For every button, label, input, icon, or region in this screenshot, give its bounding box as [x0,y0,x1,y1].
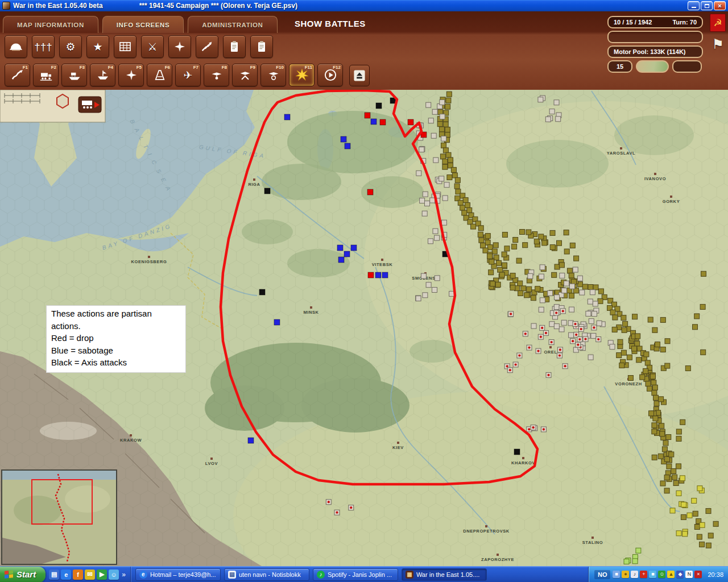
partisan-marker-sabotage [274,319,280,325]
tab-map-information[interactable]: MAP INFORMATION [3,16,98,33]
planes-icon [173,40,187,53]
quicklaunch-messenger[interactable]: ☺ [109,569,119,580]
taskbar-task-spotify[interactable]: ♪Spotify - Janis Joplin ... [313,568,398,581]
partisan-marker-sabotage [344,251,350,257]
helmet-button[interactable] [5,35,27,58]
tray-shield-icon[interactable]: + [640,571,647,578]
tray-network-icon[interactable]: ■ [649,571,656,578]
land-battle-button[interactable]: ⚔ [141,35,164,58]
fkey-label: F8 [222,65,227,70]
fkey-f6-button[interactable]: F6 [147,64,172,86]
task-label: Hotmail – terje439@h... [150,571,216,578]
date-turn-box: 10 / 15 / 1942 Turn: 70 [607,16,703,28]
star-button[interactable]: ★ [86,35,109,58]
taskbar-task-notepad[interactable]: ▤uten navn - Notisblokk [224,568,309,581]
quicklaunch-ie[interactable]: e [61,569,71,580]
menu-tabs: MAP INFORMATIONINFO SCREENSADMINISTRATIO… [3,16,282,33]
notes-button[interactable] [250,35,273,58]
partisan-marker-sabotage [341,136,346,142]
fkey-f2-button[interactable]: F2 [33,64,59,86]
language-indicator[interactable]: NO [594,570,611,579]
status-panel: 10 / 15 / 1942 Turn: 70 Motor Pool: 133K… [607,16,703,73]
svg-text:GORKY: GORKY [663,199,680,204]
partisan-marker-sabotage [371,119,377,124]
fkey-f12-button[interactable]: F12 [317,64,343,86]
tray-update-icon[interactable]: ● [622,571,629,578]
taskbar-task-ie[interactable]: eHotmail – terje439@h... [135,568,221,581]
fkey-f7-button[interactable]: ✈F7 [175,64,201,86]
motor-pool-box: Motor Pool: 133K (114K) [607,45,703,58]
airbase-icon [153,68,167,82]
fkey-f9-button[interactable]: F9 [232,64,258,86]
game-map[interactable]: RIGAKOENIGSBERGMINSKVITEBSKSMOLENSKKIEVK… [0,90,728,566]
fkey-f8-button[interactable]: F8 [204,64,229,86]
annotation-line: Red = drop [51,332,181,344]
fkey-label: F9 [250,65,255,70]
fkey-label: F7 [193,65,198,70]
game-icon: ▦ [406,571,413,579]
fkey-label: F12 [333,65,341,70]
infantry-button[interactable]: ††† [32,35,55,58]
restore-button[interactable] [701,1,713,10]
status-empty-box-2 [672,60,702,73]
svg-text:IVANOVO: IVANOVO [644,176,666,181]
taskbar-clock[interactable]: 20:38 [708,571,723,578]
quicklaunch-mail[interactable]: ✉ [85,569,95,580]
annotation-line: Blue = sabotage [51,344,181,357]
fkey-f5-button[interactable]: F5 [118,64,144,86]
svg-text:ZAPOROZHYE: ZAPOROZHYE [481,557,514,562]
tray-n-icon[interactable]: N [685,571,693,578]
star-icon: ★ [93,41,102,52]
tray-scanner-icon[interactable]: ▲ [667,571,675,578]
date-label: 10 / 15 / 1942 [614,19,652,26]
tab-info-screens[interactable]: INFO SCREENS [102,16,184,33]
tray-app-icon[interactable]: ◆ [676,571,684,578]
counter-box: 15 [607,60,632,73]
tray-x-icon[interactable]: × [694,571,702,578]
infantry-icon: ††† [34,41,52,52]
fkey-f1-button[interactable]: F1 [5,64,30,86]
partisan-marker-sabotage [337,245,343,251]
planerecon-icon [267,68,280,82]
report-button[interactable] [223,35,246,58]
svg-text:YAROSLAVL: YAROSLAVL [607,151,635,156]
tray-icons: ■●♪+■☺▲◆N× [613,571,702,578]
rail-mode-icon [78,97,101,113]
gear-button[interactable]: ⚙ [59,35,82,58]
show-battles-label[interactable]: SHOW BATTLES [295,19,366,28]
overview-map[interactable] [1,469,117,565]
soviet-flag-icon[interactable]: ☭ [710,14,726,32]
task-label: uten navn - Notisblokk [239,571,301,578]
tray-display-icon[interactable]: ■ [613,571,620,578]
fkey-f3-button[interactable]: F3 [61,64,87,86]
fkey-f4-button[interactable]: F4 [90,64,115,86]
plane-icon: ✈ [184,70,193,81]
start-button[interactable]: Start [0,567,46,582]
svg-text:RIGA: RIGA [248,182,260,187]
tray-messenger-icon[interactable]: ☺ [658,571,665,578]
quicklaunch-media-player[interactable]: ▶ [97,569,107,580]
taskbar: Start ▤ef✉▶☺» eHotmail – terje439@h...▤u… [0,566,728,582]
attack-arrows-button[interactable] [196,35,218,58]
banner-flag-icon[interactable]: ⚑ [712,36,724,52]
minimize-button[interactable] [688,1,700,10]
recon-grid-button[interactable] [114,35,136,58]
fkey-f11-button[interactable]: F11 [289,64,315,86]
quicklaunch-show-desktop[interactable]: ▤ [49,569,59,580]
tray-volume-icon[interactable]: ♪ [631,571,638,578]
air-battle-button[interactable] [168,35,191,58]
svg-text:DNEPROPETROVSK: DNEPROPETROVSK [463,529,510,534]
partisan-marker-drop [380,119,386,125]
planes-icon [125,68,138,82]
partisan-marker-sabotage [284,114,290,120]
tab-administration[interactable]: ADMINISTRATION [188,16,277,33]
close-button[interactable]: × [714,1,726,10]
fkey-f10-button[interactable]: F10 [260,64,286,86]
quicklaunch-overflow-chevron[interactable]: » [121,571,127,579]
swords-icon: ⚔ [147,41,157,52]
partisan-marker-sabotage [351,245,357,251]
fkey-label: F5 [136,65,142,70]
quicklaunch-firefox[interactable]: f [73,569,83,580]
eject-button[interactable] [349,65,370,86]
taskbar-task-game[interactable]: ▦War in the East 1.05.... [402,568,487,581]
